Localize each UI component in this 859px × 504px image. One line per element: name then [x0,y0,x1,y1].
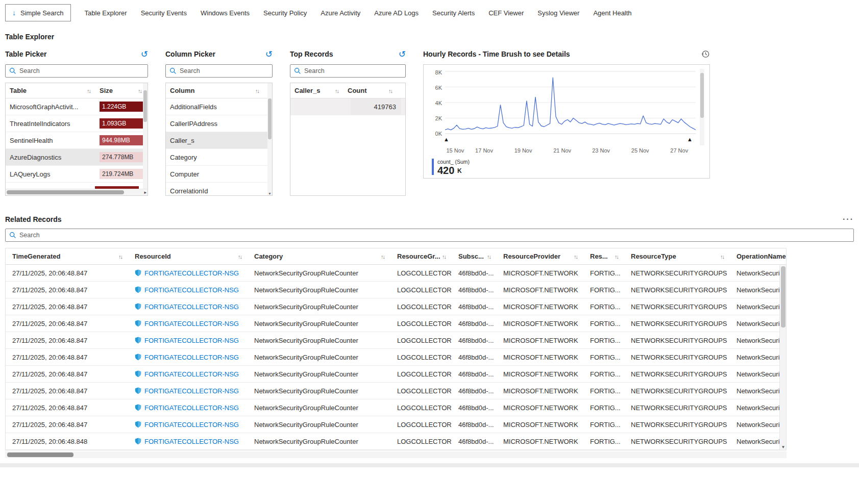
resourceid-link[interactable]: FORTIGATECOLLECTOR-NSG [144,286,239,294]
table-picker-searchbox[interactable] [5,64,148,78]
nav-item[interactable]: Azure AD Logs [374,9,419,17]
column-header-count[interactable]: Count↑↓ [348,87,401,94]
nav-item[interactable]: Agent Health [593,9,631,17]
column-header-resourceprovider[interactable]: ResourceProvider↑↓ [497,253,583,260]
resourceid-link[interactable]: FORTIGATECOLLECTOR-NSG [144,387,239,395]
column-row[interactable]: CallerIPAddress [166,115,272,132]
column-header-timegenerated[interactable]: TimeGenerated↑↓ [6,253,128,260]
nav-item[interactable]: Table Explorer [85,9,127,17]
time-brush-left-handle[interactable]: ▲ [444,137,449,142]
resourceid-link[interactable]: FORTIGATECOLLECTOR-NSG [144,337,239,344]
column-header-resourceid[interactable]: ResourceId↑↓ [128,253,248,260]
resourcetype-value: NETWORKSECURITYGROUPS [624,404,730,412]
resourceid-link[interactable]: FORTIGATECOLLECTOR-NSG [144,354,239,361]
table-row[interactable]: LAQueryLogs 219.724MB [6,166,148,183]
resourceid-link[interactable]: FORTIGATECOLLECTOR-NSG [144,320,239,327]
table-row[interactable]: MicrosoftGraphActivit... 1.224GB [6,98,148,115]
scroll-right-icon[interactable]: ▸ [144,189,146,196]
operationname-value: NetworkSecurityGro [730,370,786,378]
chart-plot-area[interactable]: ▲ ▲ [445,69,696,136]
resourceid-link[interactable]: FORTIGATECOLLECTOR-NSG [144,421,239,429]
record-row[interactable]: 27/11/2025, 20:06:48.847 FORTIGATECOLLEC… [6,332,786,349]
nav-item[interactable]: Security Policy [263,9,307,17]
column-row[interactable]: AdditionalFields [166,98,272,115]
top-records-searchbox[interactable] [290,64,406,78]
record-row[interactable]: 27/11/2025, 20:06:48.847 FORTIGATECOLLEC… [6,282,786,298]
reset-icon[interactable]: ↺ [141,50,148,59]
table-picker-search-input[interactable] [19,67,144,74]
nsg-shield-icon [135,337,141,344]
chart-vertical-scrollbar[interactable] [700,69,704,145]
scrollbar-thumb[interactable] [7,452,73,457]
column-header-resourcetype[interactable]: ResourceType↑↓ [624,253,730,260]
table-row[interactable]: AzureDiagnostics 274.778MB [6,149,148,166]
record-row[interactable]: 27/11/2025, 20:06:48.847 FORTIGATECOLLEC… [6,349,786,366]
history-icon[interactable] [701,49,710,59]
subscription-value: 46f8bd0d-... [452,421,497,429]
column-header-caller[interactable]: Caller_s↑↓ [294,87,348,94]
nav-item[interactable]: Syslog Viewer [537,9,579,17]
resourceid-link[interactable]: FORTIGATECOLLECTOR-NSG [144,269,239,277]
resourceid-cell: FORTIGATECOLLECTOR-NSG [128,438,248,445]
reset-icon[interactable]: ↺ [399,50,406,59]
resourcetype-value: NETWORKSECURITYGROUPS [624,370,730,378]
column-row[interactable]: Caller_s [166,132,272,149]
related-records-searchbox[interactable] [5,229,854,242]
horizontal-scrollbar[interactable]: ▸ [6,189,148,195]
resourceid-link[interactable]: FORTIGATECOLLECTOR-NSG [144,404,239,412]
nav-item[interactable]: CEF Viewer [488,9,524,17]
nav-item[interactable]: Azure Activity [321,9,360,17]
nav-item[interactable]: Security Alerts [432,9,475,17]
column-picker-search-input[interactable] [180,67,268,74]
scrollbar-thumb[interactable] [7,190,124,194]
x-tick-label: 27 Nov [670,147,688,154]
record-row[interactable]: 27/11/2025, 20:06:48.847 FORTIGATECOLLEC… [6,399,786,416]
record-row[interactable]: 27/11/2025, 20:06:48.847 FORTIGATECOLLEC… [6,366,786,383]
resourceid-link[interactable]: FORTIGATECOLLECTOR-NSG [144,303,239,311]
nsg-shield-icon [135,354,141,361]
record-row[interactable]: 27/11/2025, 20:06:48.847 FORTIGATECOLLEC… [6,416,786,433]
column-header-size[interactable]: Size↑↓ [100,87,143,94]
table-row[interactable]: SentinelHealth 944.98MB [6,132,148,149]
record-row[interactable]: 27/11/2025, 20:06:48.847 FORTIGATECOLLEC… [6,315,786,332]
column-row[interactable]: Computer [166,166,272,183]
resourceid-link[interactable]: FORTIGATECOLLECTOR-NSG [144,438,239,445]
scrollbar-thumb[interactable] [700,73,704,118]
scrollbar-thumb[interactable] [781,266,786,327]
column-picker-searchbox[interactable] [165,64,273,78]
column-header-operationname[interactable]: OperationName [730,253,786,260]
record-row[interactable]: 27/11/2025, 20:06:48.847 FORTIGATECOLLEC… [6,298,786,315]
record-row[interactable]: 27/11/2025, 20:06:48.847 FORTIGATECOLLEC… [6,265,786,282]
column-header-column[interactable]: Column↑↓ [170,87,268,94]
related-records-search-input[interactable] [19,232,850,239]
resourceid-link[interactable]: FORTIGATECOLLECTOR-NSG [144,370,239,378]
record-row[interactable]: 27/11/2025, 20:06:48.847 FORTIGATECOLLEC… [6,383,786,399]
time-brush-right-handle[interactable]: ▲ [687,137,693,142]
table-row[interactable]: ThreatIntelIndicators 1.093GB [6,115,148,132]
column-header-table[interactable]: Table↑↓ [10,87,100,94]
reset-icon[interactable]: ↺ [265,50,273,59]
column-header-category[interactable]: Category↑↓ [248,253,390,260]
nav-item[interactable]: Windows Events [201,9,250,17]
vertical-scrollbar[interactable] [143,83,148,189]
vertical-scrollbar[interactable]: ▼ [267,83,272,195]
column-header-resourcegroup[interactable]: ResourceGr...↑↓ [390,253,452,260]
nav-item[interactable]: Security Events [141,9,187,17]
related-vertical-scrollbar[interactable]: ▼ [779,265,786,450]
record-row[interactable]: 27/11/2025, 20:06:48.848 FORTIGATECOLLEC… [6,433,786,450]
related-horizontal-scrollbar[interactable] [5,451,787,458]
column-header-subscription[interactable]: Subsc...↑↓ [452,253,497,260]
more-options-icon[interactable]: ··· [843,215,854,223]
scrollbar-thumb[interactable] [143,90,147,122]
nav-item-simple-search[interactable]: ↓ Simple Search [5,4,71,21]
column-name: Computer [170,170,268,178]
scroll-down-icon[interactable]: ▼ [267,192,272,195]
top-records-search-input[interactable] [304,67,402,74]
scroll-down-icon[interactable]: ▼ [780,445,787,449]
scrollbar-thumb[interactable] [268,98,272,139]
column-label: Caller_s [294,87,321,94]
column-header-resource[interactable]: Res...↑↓ [583,253,624,260]
column-row[interactable]: Category [166,149,272,166]
top-record-row[interactable]: 419763 [290,98,405,115]
column-row[interactable]: CorrelationId [166,183,272,196]
